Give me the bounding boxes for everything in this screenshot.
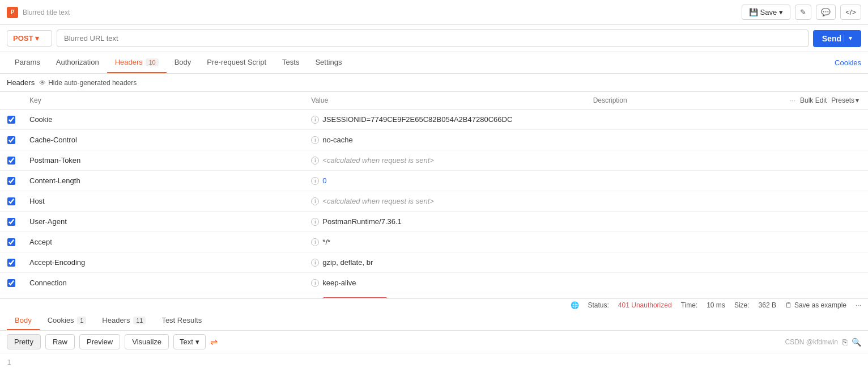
pencil-icon: ✎ xyxy=(800,8,806,16)
filter-icon[interactable]: ⇌ xyxy=(210,336,218,347)
bottom-tabs: Body Cookies 1 Headers 11 Test Results xyxy=(0,311,868,331)
test-results-tab[interactable]: Test Results xyxy=(154,311,210,330)
url-input[interactable] xyxy=(57,29,809,47)
code-button[interactable]: </> xyxy=(840,5,861,20)
top-bar: P Blurred title text 💾 Save ▾ ✎ 💬 </> xyxy=(0,0,868,25)
row-key: Content-Length xyxy=(29,176,80,185)
headers-table: Key Value Description ··· Bulk Edit Pres… xyxy=(0,92,868,298)
search-icon[interactable]: 🔍 xyxy=(852,338,861,347)
row-key: Cookie xyxy=(29,115,52,124)
more-options-btn[interactable]: ··· xyxy=(856,301,861,309)
row-checkbox[interactable] xyxy=(7,116,15,124)
row-checkbox[interactable] xyxy=(7,197,15,205)
request-tabs: Params Authorization Headers 10 Body Pre… xyxy=(0,52,868,74)
table-row: Authorizationi{{access_token}} xyxy=(0,293,868,298)
info-icon[interactable]: i xyxy=(311,279,319,287)
line-number: 1 xyxy=(7,358,11,366)
presets-button[interactable]: Presets ▾ xyxy=(831,96,859,104)
row-value: <calculated when request is sent> xyxy=(322,156,434,165)
info-icon[interactable]: i xyxy=(311,197,319,205)
row-value: */* xyxy=(322,238,330,246)
desc-column-header: Description xyxy=(593,96,627,104)
row-description xyxy=(586,220,868,224)
row-description xyxy=(586,199,868,204)
format-select[interactable]: Text ▾ xyxy=(173,334,206,349)
row-description xyxy=(586,281,868,285)
response-body: 1 xyxy=(0,353,868,371)
tab-authorization[interactable]: Authorization xyxy=(48,52,107,73)
format-chevron-icon: ▾ xyxy=(195,338,199,346)
comment-button[interactable]: 💬 xyxy=(816,5,836,20)
csdn-watermark: CSDN @kfdmwin xyxy=(785,338,838,346)
tab-body[interactable]: Body xyxy=(167,52,199,73)
response-cookies-tab[interactable]: Cookies 1 xyxy=(40,311,95,330)
method-select[interactable]: POST ▾ xyxy=(7,30,52,47)
cookies-tab-badge: 1 xyxy=(77,317,86,324)
row-checkbox[interactable] xyxy=(7,157,15,165)
tab-params[interactable]: Params xyxy=(7,52,48,73)
table-row: User-AgentiPostmanRuntime/7.36.1 xyxy=(0,212,868,232)
response-headers-tab[interactable]: Headers 11 xyxy=(94,311,154,330)
info-icon[interactable]: i xyxy=(311,136,319,144)
size-label: Size: xyxy=(734,301,750,309)
row-checkbox[interactable] xyxy=(7,279,15,287)
row-value: keep-alive xyxy=(322,279,356,287)
row-value: gzip, deflate, br xyxy=(322,258,373,267)
row-key: Accept xyxy=(29,238,52,246)
row-checkbox[interactable] xyxy=(7,136,15,144)
table-row: Connectionikeep-alive xyxy=(0,273,868,293)
info-icon[interactable]: i xyxy=(311,177,319,185)
info-icon[interactable]: i xyxy=(311,259,319,267)
status-label: Status: xyxy=(588,301,609,309)
info-icon[interactable]: i xyxy=(311,218,319,226)
eye-icon: 👁 xyxy=(39,79,46,87)
cookies-link[interactable]: Cookies xyxy=(835,58,861,67)
hide-auto-label: Hide auto-generated headers xyxy=(48,79,137,87)
method-chevron-icon: ▾ xyxy=(35,34,39,43)
row-key: Connection xyxy=(29,279,67,287)
info-icon[interactable]: i xyxy=(311,238,319,246)
info-icon[interactable]: i xyxy=(311,116,319,124)
tab-settings[interactable]: Settings xyxy=(307,52,350,73)
pencil-button[interactable]: ✎ xyxy=(795,5,811,20)
table-row: Content-Lengthi0 xyxy=(0,171,868,191)
preview-view-button[interactable]: Preview xyxy=(79,334,120,349)
response-body-tab[interactable]: Body xyxy=(7,311,40,330)
copy-icon[interactable]: ⎘ xyxy=(843,338,847,347)
top-bar-left: P Blurred title text xyxy=(7,7,70,18)
presets-chevron-icon: ▾ xyxy=(856,96,859,104)
save-button[interactable]: 💾 Save ▾ xyxy=(742,5,791,20)
table-row: Cache-Controlino-cache xyxy=(0,130,868,150)
hide-auto-headers-button[interactable]: 👁 Hide auto-generated headers xyxy=(39,79,137,87)
tab-prerequest[interactable]: Pre-request Script xyxy=(199,52,274,73)
tab-headers[interactable]: Headers 10 xyxy=(107,52,167,73)
row-description xyxy=(586,260,868,265)
save-as-example-button[interactable]: 🗒 Save as example xyxy=(785,301,846,309)
status-code: 401 Unauthorized xyxy=(618,301,672,309)
row-description xyxy=(586,117,868,122)
row-checkbox[interactable] xyxy=(7,259,15,267)
send-chevron-icon: ▾ xyxy=(844,35,852,42)
send-button[interactable]: Send ▾ xyxy=(813,30,861,47)
more-options-icon[interactable]: ··· xyxy=(790,96,795,104)
bulk-edit-button[interactable]: Bulk Edit xyxy=(800,96,827,104)
table-row: Postman-Tokeni<calculated when request i… xyxy=(0,150,868,171)
info-icon[interactable]: i xyxy=(311,157,319,165)
status-bar: 🌐 Status: 401 Unauthorized Time: 10 ms S… xyxy=(0,299,868,311)
row-checkbox[interactable] xyxy=(7,238,15,246)
comment-icon: 💬 xyxy=(821,8,831,16)
tab-tests[interactable]: Tests xyxy=(274,52,307,73)
row-key: User-Agent xyxy=(29,217,67,226)
url-bar: POST ▾ Send ▾ xyxy=(0,25,868,52)
app-logo: P xyxy=(7,7,18,18)
key-column-header: Key xyxy=(29,96,41,104)
row-checkbox[interactable] xyxy=(7,218,15,226)
visualize-view-button[interactable]: Visualize xyxy=(125,334,169,349)
pretty-view-button[interactable]: Pretty xyxy=(7,334,41,349)
format-label: Text xyxy=(180,338,193,346)
row-key: Host xyxy=(29,197,45,205)
row-checkbox[interactable] xyxy=(7,177,15,185)
raw-view-button[interactable]: Raw xyxy=(45,334,75,349)
row-value: <calculated when request is sent> xyxy=(322,197,434,205)
top-bar-title: Blurred title text xyxy=(23,9,70,16)
